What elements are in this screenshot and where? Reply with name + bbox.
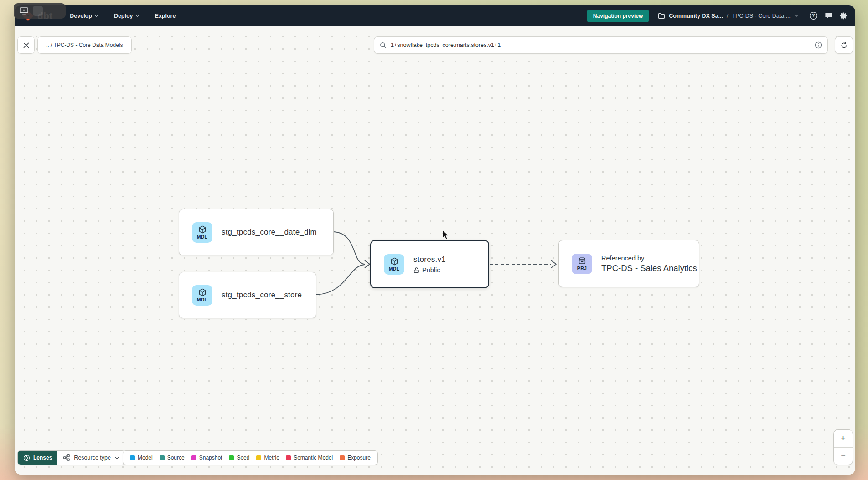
legend-item-model: Model xyxy=(130,454,153,461)
cube-icon xyxy=(198,225,207,234)
lens-icon xyxy=(23,454,30,461)
archive-icon xyxy=(578,257,586,265)
legend-item-source: Source xyxy=(160,454,185,461)
model-swatch xyxy=(130,455,135,460)
search-icon xyxy=(380,42,387,49)
navigation-preview-badge[interactable]: Navigation preview xyxy=(587,10,649,22)
exposure-swatch xyxy=(340,455,345,460)
refresh-lineage-button[interactable] xyxy=(835,36,853,54)
zoom-out-button[interactable]: − xyxy=(834,448,852,465)
metric-swatch xyxy=(256,455,261,460)
lock-open-icon xyxy=(413,267,419,273)
badge-label: PRJ xyxy=(577,266,587,271)
feedback-icon[interactable] xyxy=(824,11,833,20)
node-access: Public xyxy=(413,266,446,274)
node-stg-tpcds-core-store[interactable]: MDL stg_tpcds_core__store xyxy=(179,272,316,318)
legend-item-exposure: Exposure xyxy=(340,454,371,461)
zoom-in-button[interactable]: + xyxy=(834,430,852,448)
model-badge: MDL xyxy=(192,222,212,243)
navbar-right: Navigation preview Community DX Sa... / … xyxy=(587,10,848,22)
breadcrumb-account: Community DX Sa... xyxy=(669,13,723,19)
close-icon xyxy=(23,42,30,49)
lenses-label: Lenses xyxy=(33,454,52,461)
nav-menu-deploy-label: Deploy xyxy=(114,13,133,19)
badge-label: MDL xyxy=(389,266,400,271)
resource-type-legend: Model Source Snapshot Seed Metric Semant… xyxy=(123,450,378,465)
help-icon[interactable]: ? xyxy=(809,11,818,20)
info-icon[interactable] xyxy=(815,41,822,49)
lenses-control-group: Lenses Resource type xyxy=(17,450,125,465)
semantic-model-swatch xyxy=(286,455,291,460)
legend-item-metric: Metric xyxy=(256,454,279,461)
nav-menu-deploy[interactable]: Deploy xyxy=(114,13,140,19)
chevron-down-icon xyxy=(135,15,140,17)
project-badge: PRJ xyxy=(572,254,592,274)
resource-type-label: Resource type xyxy=(74,454,111,461)
nav-menu-explore[interactable]: Explore xyxy=(155,13,176,19)
settings-gear-icon[interactable] xyxy=(839,11,848,20)
top-navbar: dbt Develop Deploy Explore Navigation pr… xyxy=(15,5,855,26)
share-chip-secondary xyxy=(33,6,43,16)
snapshot-swatch xyxy=(191,455,196,460)
nav-menu-explore-label: Explore xyxy=(155,13,176,19)
legend-item-seed: Seed xyxy=(229,454,249,461)
lineage-path-chip[interactable]: .. / TPC-DS - Core Data Models xyxy=(37,36,132,54)
nav-menu-develop-label: Develop xyxy=(70,13,92,19)
nav-menu-develop[interactable]: Develop xyxy=(70,13,98,19)
chevron-down-icon xyxy=(94,15,98,17)
app-window: dbt Develop Deploy Explore Navigation pr… xyxy=(15,5,855,475)
access-label: Public xyxy=(422,266,440,274)
node-title: TPC-DS - Sales Analytics xyxy=(601,263,697,273)
node-stores-v1-selected[interactable]: MDL stores.v1 Public xyxy=(370,240,489,288)
model-badge: MDL xyxy=(384,254,404,275)
source-swatch xyxy=(160,455,165,460)
seed-swatch xyxy=(229,455,234,460)
node-title: stg_tpcds_core__store xyxy=(222,291,302,300)
model-badge: MDL xyxy=(192,285,212,306)
lenses-button[interactable]: Lenses xyxy=(18,451,57,465)
breadcrumb[interactable]: Community DX Sa... / TPC-DS - Core Data … xyxy=(658,13,799,19)
node-title: stg_tpcds_core__date_dim xyxy=(222,228,317,237)
legend-item-semantic-model: Semantic Model xyxy=(286,454,333,461)
folder-icon xyxy=(658,13,665,19)
badge-label: MDL xyxy=(197,297,208,302)
screen-share-indicator[interactable] xyxy=(14,3,66,19)
badge-label: MDL xyxy=(197,234,208,240)
cube-icon xyxy=(390,257,398,266)
breadcrumb-project: TPC-DS - Core Data ... xyxy=(732,13,791,19)
chevron-down-icon xyxy=(794,14,799,17)
resource-type-icon xyxy=(63,454,70,461)
legend-item-snapshot: Snapshot xyxy=(191,454,222,461)
node-kicker: Referenced by xyxy=(601,255,697,262)
close-lineage-button[interactable] xyxy=(17,36,35,54)
lineage-search-box xyxy=(374,36,828,54)
node-stg-tpcds-core-date-dim[interactable]: MDL stg_tpcds_core__date_dim xyxy=(179,209,334,255)
breadcrumb-separator: / xyxy=(727,13,728,19)
svg-text:?: ? xyxy=(812,13,815,18)
cube-icon xyxy=(198,288,207,296)
resource-type-dropdown[interactable]: Resource type xyxy=(57,451,125,465)
node-title: stores.v1 xyxy=(413,255,446,264)
nav-menus: Develop Deploy Explore xyxy=(70,13,176,19)
lineage-selector-input[interactable] xyxy=(391,42,811,48)
monitor-icon xyxy=(20,7,28,15)
chevron-down-icon xyxy=(114,456,119,460)
zoom-controls: + − xyxy=(833,429,853,465)
node-referenced-by-project[interactable]: PRJ Referenced by TPC-DS - Sales Analyti… xyxy=(558,240,699,287)
refresh-icon xyxy=(840,41,848,49)
navbar-icons: ? xyxy=(809,11,848,20)
